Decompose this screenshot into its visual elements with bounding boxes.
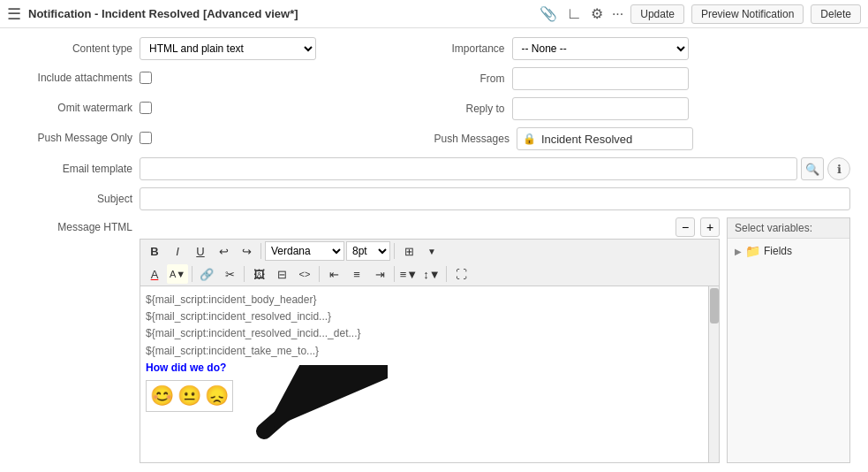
col-right-1: Importance -- None -- [434, 37, 851, 60]
editor-line-3: ${mail_script:incident_resolved_incid...… [146, 325, 713, 342]
emoji-sad: 😞 [205, 384, 229, 407]
message-html-section: Message HTML − + B I U ↩ ↪ Verdana 8pt [18, 217, 850, 463]
zoom-toolbar: − + [140, 217, 720, 237]
align-center-button[interactable]: ≡ [346, 264, 367, 284]
italic-button[interactable]: I [167, 241, 188, 261]
line-height-button[interactable]: ↕▼ [421, 264, 442, 284]
paperclip-icon[interactable]: 📎 [540, 5, 557, 22]
importance-select[interactable]: -- None -- [512, 37, 689, 60]
subject-input[interactable]: Your incident ${task_effective_number} h… [140, 187, 850, 210]
col-right-2: From [434, 67, 851, 90]
subject-label: Subject [18, 193, 132, 205]
table2-button[interactable]: ⊟ [271, 264, 292, 284]
bold-button[interactable]: B [144, 241, 165, 261]
from-input[interactable] [512, 67, 689, 90]
editor-scrollbar[interactable] [708, 286, 719, 462]
editor-line-4: ${mail_script:incident_take_me_to...} [146, 343, 713, 360]
content-type-select[interactable]: HTML and plain text [140, 37, 316, 60]
row-attach-from: Include attachments From [18, 67, 850, 90]
omit-watermark-checkbox[interactable] [140, 102, 152, 114]
separator-3 [192, 266, 192, 282]
image-button[interactable]: 🖼 [248, 264, 269, 284]
editor-toolbar-row2: A A▼ 🔗 ✂ 🖼 ⊟ <> ⇤ ≡ ⇥ ≡▼ ↕▼ ⛶ [140, 263, 720, 285]
emoji-happy: 😊 [150, 384, 174, 407]
list-button[interactable]: ≡▼ [398, 264, 419, 284]
message-html-label: Message HTML [18, 217, 132, 463]
fields-tree-item[interactable]: ▶ 📁 Fields [735, 244, 842, 258]
scrollbar-thumb [710, 288, 719, 324]
align-left-button[interactable]: ⇤ [323, 264, 344, 284]
col-left-2: Include attachments [18, 67, 434, 90]
email-template-row: Email template Unsubscribe and Preferenc… [18, 157, 850, 180]
redo-button[interactable]: ↪ [236, 241, 257, 261]
push-message-only-checkbox[interactable] [140, 132, 152, 144]
update-button[interactable]: Update [630, 4, 684, 24]
include-attachments-checkbox[interactable] [140, 72, 152, 84]
more-icon[interactable]: ··· [612, 6, 623, 22]
unlink-button[interactable]: ✂ [219, 264, 240, 284]
folder-icon: 📁 [745, 244, 760, 258]
page-title: Notification - Incident Resolved [Advanc… [28, 7, 532, 20]
reply-to-row: Reply to [434, 97, 851, 120]
col-right-3: Reply to [434, 97, 851, 120]
importance-row: Importance -- None -- [434, 37, 851, 60]
zoom-minus-button[interactable]: − [676, 217, 695, 237]
preview-notification-button[interactable]: Preview Notification [691, 4, 804, 24]
col-left-4: Push Message Only [18, 127, 434, 150]
wave-icon[interactable]: ∟ [566, 4, 582, 23]
separator-6 [394, 266, 395, 282]
variables-panel: Select variables: ▶ 📁 Fields [727, 217, 850, 463]
sliders-icon[interactable]: ⚙ [591, 5, 603, 22]
omit-watermark-label: Omit watermark [18, 102, 132, 114]
table-dropdown-button[interactable]: ▼ [421, 241, 442, 261]
subject-row: Subject Your incident ${task_effective_n… [18, 187, 850, 210]
fields-label: Fields [764, 245, 792, 257]
editor-line-bold: How did we do? [146, 360, 713, 377]
email-template-input[interactable]: Unsubscribe and Preferences Helvetica [140, 157, 797, 180]
font-select[interactable]: Verdana [265, 241, 344, 261]
search-icon-btn[interactable]: 🔍 [801, 157, 824, 180]
app-header: ☰ Notification - Incident Resolved [Adva… [0, 0, 868, 28]
include-attachments-row: Include attachments [18, 67, 434, 88]
info-icon-btn[interactable]: ℹ [827, 157, 850, 180]
zoom-plus-button[interactable]: + [700, 217, 720, 237]
separator-7 [446, 266, 447, 282]
delete-button[interactable]: Delete [811, 4, 861, 24]
fullscreen-button[interactable]: ⛶ [450, 264, 472, 284]
push-message-only-label: Push Message Only [18, 132, 132, 144]
editor-line-2: ${mail_script:incident_resolved_incid...… [146, 308, 713, 325]
highlight-button[interactable]: A▼ [167, 264, 188, 284]
underline-button[interactable]: U [190, 241, 211, 261]
separator-2 [394, 243, 395, 259]
content-type-row: Content type HTML and plain text [18, 37, 434, 60]
reply-to-input[interactable] [512, 97, 689, 120]
from-row: From [434, 67, 851, 90]
main-content: Content type HTML and plain text Importa… [0, 28, 868, 472]
separator-4 [244, 266, 245, 282]
row-watermark-replyto: Omit watermark Reply to [18, 97, 850, 120]
from-label: From [434, 72, 505, 85]
editor-content-area[interactable]: ${mail_script:incident_body_header} ${ma… [140, 285, 720, 463]
email-template-label: Email template [18, 163, 132, 175]
hamburger-menu-icon[interactable]: ☰ [7, 4, 21, 24]
row-push: Push Message Only Push Messages 🔒 Incide… [18, 127, 850, 150]
col-right-4: Push Messages 🔒 Incident Resolved [434, 127, 851, 150]
expand-icon: ▶ [735, 247, 742, 256]
code-button[interactable]: <> [294, 264, 315, 284]
undo-button[interactable]: ↩ [213, 241, 234, 261]
link-button[interactable]: 🔗 [196, 264, 217, 284]
lock-icon: 🔒 [523, 133, 536, 145]
row-content-importance: Content type HTML and plain text Importa… [18, 37, 850, 60]
push-messages-field: 🔒 Incident Resolved [517, 127, 693, 150]
table-button[interactable]: ⊞ [398, 241, 419, 261]
omit-watermark-row: Omit watermark [18, 97, 434, 118]
align-right-button[interactable]: ⇥ [369, 264, 390, 284]
push-message-only-row: Push Message Only [18, 127, 434, 148]
font-color-button[interactable]: A [144, 264, 165, 284]
col-left-3: Omit watermark [18, 97, 434, 120]
header-icons: 📎 ∟ ⚙ ··· [540, 4, 623, 23]
variables-header: Select variables: [728, 218, 849, 239]
include-attachments-label: Include attachments [18, 72, 132, 84]
push-messages-label: Push Messages [434, 133, 509, 145]
font-size-select[interactable]: 8pt [346, 241, 390, 261]
